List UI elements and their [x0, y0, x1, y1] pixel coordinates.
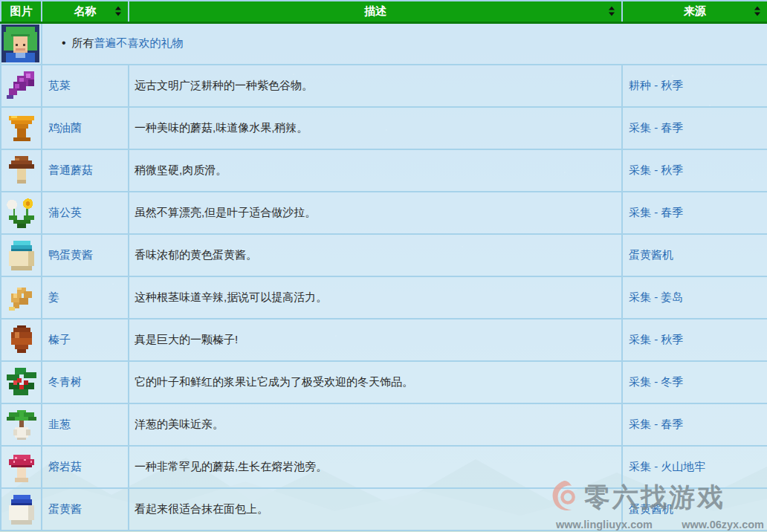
column-header-label: 图片 — [10, 4, 33, 17]
column-header-label: 描述 — [364, 4, 386, 17]
item-icon-cell — [1, 488, 42, 531]
item-name-link[interactable]: 熔岩菇 — [48, 460, 82, 473]
item-source-link[interactable]: 采集 - 春季 — [629, 418, 683, 430]
item-name-link[interactable]: 蛋黄酱 — [48, 502, 82, 515]
table-row: 普通蘑菇 稍微坚硬,肉质滑。 采集 - 秋季 — [1, 149, 767, 192]
intro-prefix: 所有 — [72, 36, 94, 49]
character-portrait-cell — [1, 22, 42, 65]
dandelion-icon — [4, 196, 39, 230]
chanterelle-icon — [4, 111, 39, 146]
sort-icon — [115, 7, 122, 16]
item-name-link[interactable]: 蒲公英 — [48, 206, 82, 218]
item-description: 一种非常罕见的蘑菇,生长在熔岩池旁。 — [129, 446, 622, 488]
item-description: 洋葱的美味近亲。 — [129, 403, 622, 446]
item-source-link[interactable]: 采集 - 姜岛 — [629, 291, 683, 303]
hazelnut-icon — [4, 323, 39, 357]
item-name-link[interactable]: 韭葱 — [48, 418, 71, 430]
item-icon-cell — [1, 403, 42, 446]
item-source-link[interactable]: 采集 - 春季 — [629, 206, 683, 218]
sort-icon — [754, 7, 761, 16]
caroline-portrait-icon — [1, 24, 39, 63]
common-mushroom-icon — [4, 154, 39, 188]
item-description: 香味浓郁的黄色蛋黄酱。 — [129, 234, 622, 276]
item-source-link[interactable]: 采集 - 春季 — [629, 121, 683, 134]
item-description: 看起来很适合抹在面包上。 — [129, 488, 622, 531]
item-description: 远古文明广泛耕种的一种紫色谷物。 — [129, 65, 622, 107]
item-icon-cell — [1, 65, 42, 107]
table-header-row: 图片 名称 描述 来源 — [1, 1, 767, 22]
item-source-link[interactable]: 采集 - 冬季 — [629, 375, 683, 388]
holly-icon — [4, 366, 39, 400]
magma-cap-icon — [4, 450, 39, 484]
item-source-link[interactable]: 蛋黄酱机 — [629, 248, 673, 261]
table-row: 鸭蛋黄酱 香味浓郁的黄色蛋黄酱。 蛋黄酱机 — [1, 234, 767, 276]
item-name-link[interactable]: 冬青树 — [48, 375, 82, 388]
item-name-link[interactable]: 榛子 — [48, 333, 71, 346]
item-description: 一种美味的蘑菇,味道像水果,稍辣。 — [129, 107, 622, 149]
item-description: 虽然不算漂亮,但是叶子适合做沙拉。 — [129, 192, 622, 234]
duck-mayonnaise-icon — [4, 239, 39, 273]
item-name-link[interactable]: 姜 — [48, 291, 59, 303]
item-source-link[interactable]: 蛋黄酱机 — [629, 502, 673, 515]
item-icon-cell — [1, 234, 42, 276]
table-row: 蒲公英 虽然不算漂亮,但是叶子适合做沙拉。 采集 - 春季 — [1, 192, 767, 234]
item-source-link[interactable]: 采集 - 火山地牢 — [629, 460, 705, 473]
sort-icon — [609, 7, 615, 16]
column-header-label: 名称 — [74, 4, 97, 17]
item-icon-cell — [1, 192, 42, 234]
intro-row: •所有普遍不喜欢的礼物 — [1, 22, 767, 65]
table-row: 熔岩菇 一种非常罕见的蘑菇,生长在熔岩池旁。 采集 - 火山地牢 — [1, 446, 767, 488]
item-icon-cell — [1, 361, 42, 403]
item-source-link[interactable]: 采集 - 秋季 — [629, 163, 683, 176]
column-header-description[interactable]: 描述 — [129, 1, 622, 22]
item-name-link[interactable]: 苋菜 — [48, 79, 71, 91]
column-header-label: 来源 — [684, 4, 706, 17]
item-description: 稍微坚硬,肉质滑。 — [129, 149, 622, 192]
table-row: 榛子 真是巨大的一颗榛子! 采集 - 秋季 — [1, 319, 767, 361]
item-icon-cell — [1, 149, 42, 192]
intro-cell: •所有普遍不喜欢的礼物 — [42, 22, 767, 65]
table-row: 冬青树 它的叶子和鲜红的浆果让它成为了极受欢迎的冬天饰品。 采集 - 冬季 — [1, 361, 767, 403]
column-header-image: 图片 — [1, 1, 42, 22]
item-source-link[interactable]: 耕种 - 秋季 — [629, 79, 683, 91]
table-row: 姜 这种根茎味道辛辣,据说可以提高活力。 采集 - 姜岛 — [1, 276, 767, 319]
table-row: 苋菜 远古文明广泛耕种的一种紫色谷物。 耕种 - 秋季 — [1, 65, 767, 107]
table-row: 韭葱 洋葱的美味近亲。 采集 - 春季 — [1, 403, 767, 446]
item-description: 它的叶子和鲜红的浆果让它成为了极受欢迎的冬天饰品。 — [129, 361, 622, 403]
universally-disliked-gifts-link[interactable]: 普遍不喜欢的礼物 — [94, 36, 184, 49]
item-icon-cell — [1, 107, 42, 149]
item-icon-cell — [1, 319, 42, 361]
item-name-link[interactable]: 鸡油菌 — [48, 121, 82, 134]
disliked-gifts-table: 图片 名称 描述 来源 — [0, 0, 767, 531]
leek-icon — [4, 408, 39, 442]
table-row: 蛋黄酱 看起来很适合抹在面包上。 蛋黄酱机 — [1, 488, 767, 531]
item-name-link[interactable]: 鸭蛋黄酱 — [48, 248, 93, 261]
column-header-source[interactable]: 来源 — [622, 1, 767, 22]
item-source-link[interactable]: 采集 - 秋季 — [629, 333, 683, 346]
ginger-icon — [4, 281, 39, 315]
amaranth-icon — [4, 69, 39, 103]
item-description: 真是巨大的一颗榛子! — [129, 319, 622, 361]
mayonnaise-icon — [4, 493, 39, 527]
item-icon-cell — [1, 446, 42, 488]
item-name-link[interactable]: 普通蘑菇 — [48, 163, 93, 176]
bullet: • — [62, 36, 66, 49]
column-header-name[interactable]: 名称 — [42, 1, 129, 22]
item-description: 这种根茎味道辛辣,据说可以提高活力。 — [129, 276, 622, 319]
table-row: 鸡油菌 一种美味的蘑菇,味道像水果,稍辣。 采集 - 春季 — [1, 107, 767, 149]
item-icon-cell — [1, 276, 42, 319]
